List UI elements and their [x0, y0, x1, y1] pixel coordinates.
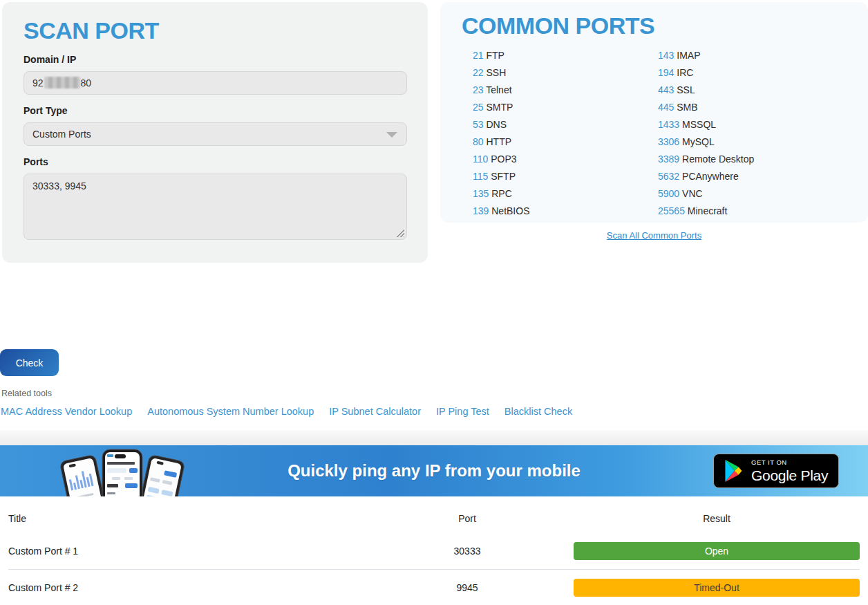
scan-all-wrap: Scan All Common Ports [440, 229, 868, 241]
results-table: Title Port Result Custom Port # 1 30333 … [8, 496, 860, 605]
common-port-link[interactable]: 5900 VNC [658, 185, 754, 203]
related-tool-link[interactable]: MAC Address Vendor Lookup [1, 406, 132, 417]
related-tools-label: Related tools [1, 389, 52, 398]
status-badge: Timed-Out [574, 579, 860, 597]
port-scanner-page: SCAN PORT Domain / IP 9280 Port Type Cus… [0, 0, 868, 605]
domain-value-suffix: 80 [81, 77, 92, 89]
row-port: 9945 [361, 570, 574, 605]
common-port-link[interactable]: 21 FTP [473, 47, 530, 64]
port-type-selected-value: Custom Ports [32, 129, 91, 140]
common-port-link[interactable]: 139 NetBIOS [473, 203, 530, 220]
port-name: VNC [682, 188, 703, 199]
port-number: 1433 [658, 119, 679, 130]
port-name: HTTP [486, 136, 511, 147]
port-name: Telnet [486, 84, 511, 95]
port-name: POP3 [491, 153, 516, 165]
port-name: SMTP [486, 102, 513, 113]
google-play-line2: Google Play [751, 468, 828, 483]
related-tool-link[interactable]: Autonomous System Number Lookup [147, 406, 314, 417]
port-name: PCAnywhere [682, 171, 739, 182]
common-port-link[interactable]: 3306 MySQL [658, 133, 754, 151]
common-port-link[interactable]: 25565 Minecraft [658, 203, 754, 220]
common-port-link[interactable]: 23 Telnet [473, 82, 530, 99]
common-port-link[interactable]: 135 RPC [473, 185, 530, 203]
port-name: SSH [486, 67, 506, 78]
port-name: MySQL [682, 136, 715, 147]
port-number: 143 [658, 50, 674, 61]
common-port-link[interactable]: 143 IMAP [658, 47, 754, 64]
common-port-link[interactable]: 5632 PCAnywhere [658, 168, 754, 185]
port-number: 139 [473, 205, 489, 216]
domain-label: Domain / IP [23, 54, 407, 65]
header-title: Title [8, 496, 361, 533]
ports-textarea[interactable]: 30333, 9945 [23, 174, 407, 240]
check-button[interactable]: Check [0, 349, 59, 376]
common-port-link[interactable]: 443 SSL [658, 82, 754, 99]
google-play-line1: GET IT ON [751, 459, 828, 466]
port-number: 23 [473, 84, 484, 95]
google-play-badge[interactable]: GET IT ON Google Play [713, 454, 839, 488]
port-number: 25565 [658, 205, 685, 216]
common-port-link[interactable]: 110 POP3 [473, 151, 530, 168]
related-tools-links: MAC Address Vendor LookupAutonomous Syst… [1, 406, 572, 417]
related-tool-link[interactable]: IP Ping Test [436, 406, 489, 417]
port-number: 3306 [658, 136, 679, 147]
ports-label: Ports [23, 156, 407, 167]
port-number: 5632 [658, 171, 679, 182]
table-row: Custom Port # 2 9945 Timed-Out [8, 570, 860, 605]
common-ports-title: COMMON PORTS [462, 12, 868, 39]
port-number: 194 [658, 67, 674, 78]
common-port-link[interactable]: 1433 MSSQL [658, 116, 754, 133]
related-tool-link[interactable]: IP Subnet Calculator [329, 406, 421, 417]
port-number: 25 [473, 102, 484, 113]
chevron-down-icon [386, 132, 397, 138]
common-port-link[interactable]: 53 DNS [473, 116, 530, 133]
related-tool-link[interactable]: Blacklist Check [504, 406, 572, 417]
port-name: DNS [486, 119, 507, 130]
header-result: Result [574, 496, 860, 533]
common-port-link[interactable]: 3389 Remote Desktop [658, 151, 754, 168]
port-number: 53 [473, 119, 484, 130]
port-type-label: Port Type [23, 105, 407, 116]
port-number: 80 [473, 136, 484, 147]
resize-grip-icon[interactable] [396, 229, 404, 237]
scan-all-common-ports-link[interactable]: Scan All Common Ports [607, 230, 701, 241]
results-body: Custom Port # 1 30333 Open Custom Port #… [8, 533, 860, 605]
port-number: 21 [473, 50, 484, 61]
port-number: 445 [658, 102, 674, 113]
port-number: 110 [473, 153, 488, 165]
domain-input[interactable]: 9280 [23, 71, 407, 95]
results-header-row: Title Port Result [8, 496, 860, 533]
status-badge: Open [574, 542, 860, 560]
common-port-link[interactable]: 445 SMB [658, 99, 754, 116]
port-name: FTP [486, 50, 504, 61]
port-number: 115 [473, 171, 488, 182]
port-name: SFTP [491, 171, 516, 182]
scan-port-panel: SCAN PORT Domain / IP 9280 Port Type Cus… [2, 2, 428, 263]
phones-mockup-image [58, 448, 187, 496]
port-name: RPC [491, 188, 512, 199]
port-name: SMB [677, 102, 697, 113]
port-name: Minecraft [688, 205, 728, 216]
port-name: IMAP [677, 50, 700, 61]
row-port: 30333 [361, 533, 574, 570]
port-type-select[interactable]: Custom Ports [23, 122, 407, 146]
port-name: Remote Desktop [682, 153, 754, 165]
google-play-icon [724, 460, 743, 482]
common-port-link[interactable]: 115 SFTP [473, 168, 530, 185]
common-ports-panel: COMMON PORTS 21 FTP22 SSH23 Telnet25 SMT… [440, 2, 868, 223]
mobile-app-banner: Quickly ping any IP from your mobile GET… [0, 445, 868, 496]
port-name: MSSQL [682, 119, 716, 130]
port-number: 5900 [658, 188, 679, 199]
banner-headline: Quickly ping any IP from your mobile [287, 461, 581, 481]
scan-results-section: Title Port Result Custom Port # 1 30333 … [0, 496, 868, 605]
port-number: 135 [473, 188, 489, 199]
common-port-link[interactable]: 22 SSH [473, 64, 530, 82]
port-name: IRC [677, 67, 693, 78]
common-port-link[interactable]: 25 SMTP [473, 99, 530, 116]
common-ports-column-1: 21 FTP22 SSH23 Telnet25 SMTP53 DNS80 HTT… [473, 47, 530, 220]
common-port-link[interactable]: 194 IRC [658, 64, 754, 82]
row-title: Custom Port # 1 [8, 533, 361, 570]
scan-port-title: SCAN PORT [23, 17, 407, 44]
common-port-link[interactable]: 80 HTTP [473, 133, 530, 151]
